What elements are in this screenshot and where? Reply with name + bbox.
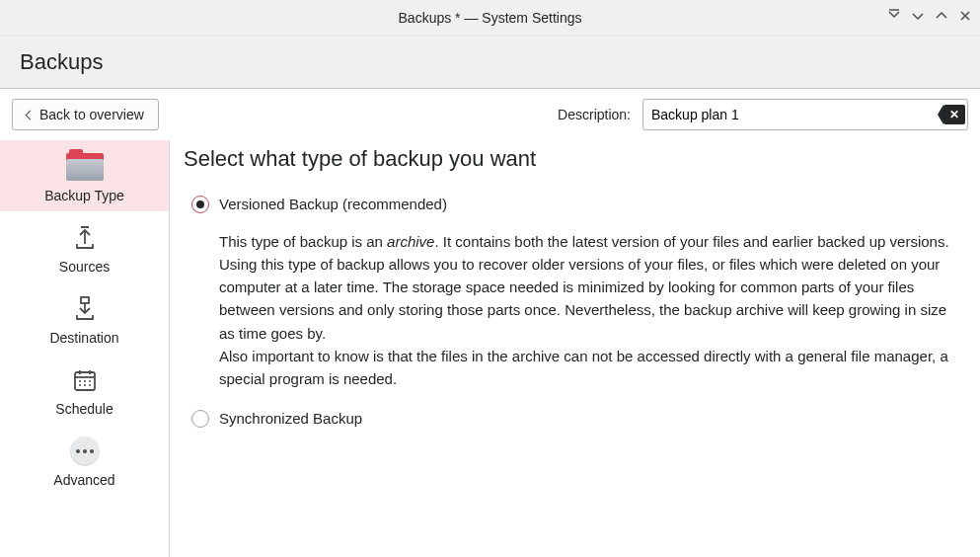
minimize-icon[interactable]	[911, 9, 925, 27]
maximize-icon[interactable]	[935, 9, 948, 27]
window-controls	[887, 9, 972, 27]
page-title: Backups	[20, 49, 103, 75]
radio-versioned[interactable]	[191, 196, 209, 213]
main-heading: Select what type of backup you want	[184, 146, 968, 172]
advanced-icon	[70, 435, 100, 468]
svg-point-4	[84, 380, 86, 382]
svg-point-3	[79, 380, 81, 382]
svg-rect-0	[81, 226, 89, 228]
svg-rect-1	[81, 297, 89, 303]
option-synchronized-backup[interactable]: Synchronized Backup	[184, 408, 968, 431]
back-to-overview-button[interactable]: Back to overview	[12, 99, 159, 130]
toolbar: Back to overview Description: ✕	[0, 89, 980, 140]
description-label: Description:	[558, 107, 631, 122]
option-versioned-backup[interactable]: Versioned Backup (recommended)	[184, 194, 968, 216]
window-title: Backups * — System Settings	[399, 10, 582, 26]
keep-above-icon[interactable]	[887, 9, 901, 27]
sidebar-item-destination[interactable]: Destination	[0, 282, 169, 354]
titlebar: Backups * — System Settings	[0, 0, 980, 36]
svg-point-7	[84, 384, 86, 386]
sidebar-item-label: Advanced	[53, 472, 114, 488]
svg-point-6	[79, 384, 81, 386]
folder-icon	[66, 150, 104, 184]
clear-icon: ✕	[949, 109, 959, 120]
sidebar-item-backup-type[interactable]: Backup Type	[0, 140, 169, 211]
page-header: Backups	[0, 36, 980, 89]
sidebar-item-label: Sources	[59, 259, 110, 275]
sidebar: Backup Type Sources Destination	[0, 140, 170, 557]
description-field-wrap: ✕	[642, 99, 968, 130]
close-icon[interactable]	[958, 9, 972, 27]
sidebar-item-sources[interactable]: Sources	[0, 211, 169, 282]
content-area: Backup Type Sources Destination	[0, 140, 980, 557]
option-versioned-description: This type of backup is an archive. It co…	[219, 230, 968, 391]
clear-input-button[interactable]: ✕	[943, 105, 965, 124]
svg-point-8	[89, 384, 91, 386]
back-button-label: Back to overview	[39, 107, 144, 122]
sidebar-item-label: Backup Type	[44, 188, 124, 203]
sidebar-item-label: Schedule	[55, 401, 113, 417]
sidebar-item-advanced[interactable]: Advanced	[0, 425, 169, 496]
schedule-icon	[72, 363, 98, 397]
sidebar-item-label: Destination	[49, 330, 118, 346]
radio-synchronized[interactable]	[191, 410, 209, 428]
main-panel: Select what type of backup you want Vers…	[170, 140, 980, 557]
sidebar-item-schedule[interactable]: Schedule	[0, 354, 169, 425]
sources-icon	[71, 221, 99, 255]
destination-icon	[71, 292, 99, 326]
radio-label-synchronized[interactable]: Synchronized Backup	[219, 408, 362, 431]
radio-label-versioned[interactable]: Versioned Backup (recommended)	[219, 194, 447, 216]
chevron-left-icon	[26, 110, 36, 119]
svg-point-5	[89, 380, 91, 382]
description-input[interactable]	[642, 99, 968, 130]
